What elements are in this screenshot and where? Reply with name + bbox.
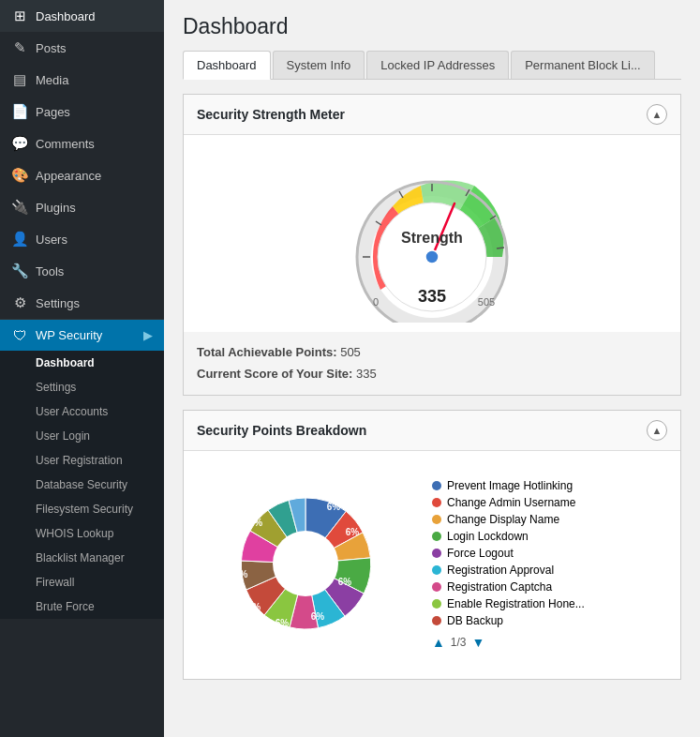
svg-text:335: 335 <box>418 287 446 306</box>
sidebar-wp-security[interactable]: 🛡 WP Security ▶ <box>0 320 164 351</box>
shield-icon: 🛡 <box>11 327 28 343</box>
sidebar-item-label: Media <box>36 73 68 87</box>
sidebar-tools[interactable]: 🔧 Tools <box>0 255 164 287</box>
sidebar-users[interactable]: 👤 Users <box>0 223 164 255</box>
legend-color-2 <box>432 498 441 507</box>
sub-database-security[interactable]: Database Security <box>0 473 164 497</box>
sidebar-comments[interactable]: 💬 Comments <box>0 128 164 159</box>
slice-label-4: 6% <box>311 611 325 622</box>
total-points-value: 505 <box>340 345 361 359</box>
page-title: Dashboard <box>183 14 681 39</box>
sub-firewall[interactable]: Firewall <box>0 570 164 594</box>
sidebar-plugins[interactable]: 🔌 Plugins <box>0 191 164 223</box>
legend-label-4: Login Lockdown <box>447 530 529 543</box>
chevron-icon: ▶ <box>143 328 153 342</box>
legend-color-4 <box>432 532 441 541</box>
gauge-container: Strength 0 505 335 <box>184 135 680 332</box>
panel-strength-header: Security Strength Meter ▲ <box>184 95 680 135</box>
media-icon: ▤ <box>11 71 28 88</box>
dashboard-icon: ⊞ <box>11 8 28 24</box>
sub-settings[interactable]: Settings <box>0 375 164 399</box>
panel-strength-body: Strength 0 505 335 Total Achievable Poin… <box>184 135 680 395</box>
sub-whois[interactable]: WHOIS Lookup <box>0 521 164 546</box>
slice-label-2: 6% <box>346 527 360 537</box>
donut-chart-container: 6% 6% 6% 6% 6% 6% 4.5% 6% <box>198 465 413 665</box>
total-points-text: Total Achievable Points: 505 <box>197 341 667 363</box>
sidebar-item-label: Pages <box>36 105 70 119</box>
sidebar-dashboard[interactable]: ⊞ Dashboard <box>0 0 164 32</box>
collapse-breakdown-btn[interactable]: ▲ <box>647 420 667 441</box>
sub-filesystem-security[interactable]: Filesystem Security <box>0 497 164 521</box>
sidebar: ⊞ Dashboard ✎ Posts ▤ Media 📄 Pages 💬 Co… <box>0 0 164 737</box>
legend-item-6: Registration Approval <box>432 564 585 577</box>
settings-icon: ⚙ <box>11 294 28 311</box>
panel-breakdown-header: Security Points Breakdown ▲ <box>184 411 680 451</box>
collapse-strength-btn[interactable]: ▲ <box>647 104 667 125</box>
breakdown-body: 6% 6% 6% 6% 6% 6% 4.5% 6% Prevent Image … <box>184 451 680 679</box>
sub-dashboard[interactable]: Dashboard <box>0 351 164 375</box>
pagination-next-btn[interactable]: ▼ <box>472 635 485 650</box>
sidebar-posts[interactable]: ✎ Posts <box>0 32 164 64</box>
sidebar-item-label: Plugins <box>36 201 76 215</box>
sub-user-registration[interactable]: User Registration <box>0 448 164 473</box>
legend-item-1: Prevent Image Hotlinking <box>432 479 585 492</box>
panel-strength-title: Security Strength Meter <box>197 107 345 122</box>
legend-item-5: Force Logout <box>432 547 585 560</box>
legend-item-4: Login Lockdown <box>432 530 585 543</box>
pagination-info: 1/3 <box>451 636 467 649</box>
main-content: Dashboard Dashboard System Info Locked I… <box>164 0 700 737</box>
tab-locked-ip[interactable]: Locked IP Addresses <box>366 51 509 79</box>
legend-label-9: DB Backup <box>447 614 503 627</box>
legend-item-3: Change Display Name <box>432 513 585 526</box>
svg-text:505: 505 <box>478 296 495 308</box>
slice-label-8: 6% <box>249 518 263 528</box>
sidebar-settings[interactable]: ⚙ Settings <box>0 287 164 319</box>
sidebar-pages[interactable]: 📄 Pages <box>0 96 164 128</box>
legend-label-3: Change Display Name <box>447 513 559 526</box>
legend-label-7: Registration Captcha <box>447 580 552 594</box>
legend-color-6 <box>432 565 441 575</box>
pages-icon: 📄 <box>11 103 28 120</box>
users-icon: 👤 <box>11 231 28 248</box>
tab-system-info[interactable]: System Info <box>273 51 365 79</box>
legend-item-2: Change Admin Username <box>432 496 585 509</box>
gauge-svg: Strength 0 505 335 <box>329 154 535 323</box>
sidebar-media[interactable]: ▤ Media <box>0 64 164 96</box>
panel-breakdown-title: Security Points Breakdown <box>197 423 366 438</box>
sub-user-accounts[interactable]: User Accounts <box>0 399 164 424</box>
tab-permanent-block[interactable]: Permanent Block Li... <box>511 51 655 79</box>
legend-color-8 <box>432 599 441 609</box>
sub-user-login[interactable]: User Login <box>0 424 164 448</box>
panel-strength: Security Strength Meter ▲ <box>183 94 681 396</box>
current-score-value: 335 <box>356 367 377 381</box>
slice-label-5: 6% <box>276 618 290 628</box>
legend-item-8: Enable Registration Hone... <box>432 597 585 610</box>
tabs: Dashboard System Info Locked IP Addresse… <box>183 51 681 80</box>
sidebar-wp-security-label: WP Security <box>36 328 102 342</box>
sub-blacklist[interactable]: Blacklist Manager <box>0 546 164 570</box>
comments-icon: 💬 <box>11 135 28 152</box>
sidebar-item-label: Posts <box>36 41 67 55</box>
legend-color-9 <box>432 616 441 625</box>
current-score-text: Current Score of Your Site: 335 <box>197 363 667 384</box>
sub-brute-force[interactable]: Brute Force <box>0 594 164 619</box>
svg-point-13 <box>425 250 439 263</box>
svg-text:0: 0 <box>373 296 379 308</box>
sidebar-item-label: Appearance <box>36 169 101 183</box>
current-score-label: Current Score of Your Site: <box>197 367 352 381</box>
sidebar-item-label: Users <box>36 233 67 247</box>
svg-point-18 <box>273 531 338 596</box>
sidebar-submenu: Dashboard Settings User Accounts User Lo… <box>0 351 164 619</box>
legend-color-5 <box>432 549 441 558</box>
legend-label-1: Prevent Image Hotlinking <box>447 479 573 492</box>
gauge-info: Total Achievable Points: 505 Current Sco… <box>184 332 680 395</box>
legend-pagination: ▲ 1/3 ▼ <box>432 635 585 650</box>
sidebar-appearance[interactable]: 🎨 Appearance <box>0 159 164 191</box>
legend-item-9: DB Backup <box>432 614 585 627</box>
legend: Prevent Image Hotlinking Change Admin Us… <box>432 479 585 650</box>
legend-label-8: Enable Registration Hone... <box>447 597 585 610</box>
tab-dashboard[interactable]: Dashboard <box>183 51 271 80</box>
slice-label-6: 6% <box>247 602 261 612</box>
pagination-prev-btn[interactable]: ▲ <box>432 635 445 650</box>
legend-item-7: Registration Captcha <box>432 580 585 594</box>
